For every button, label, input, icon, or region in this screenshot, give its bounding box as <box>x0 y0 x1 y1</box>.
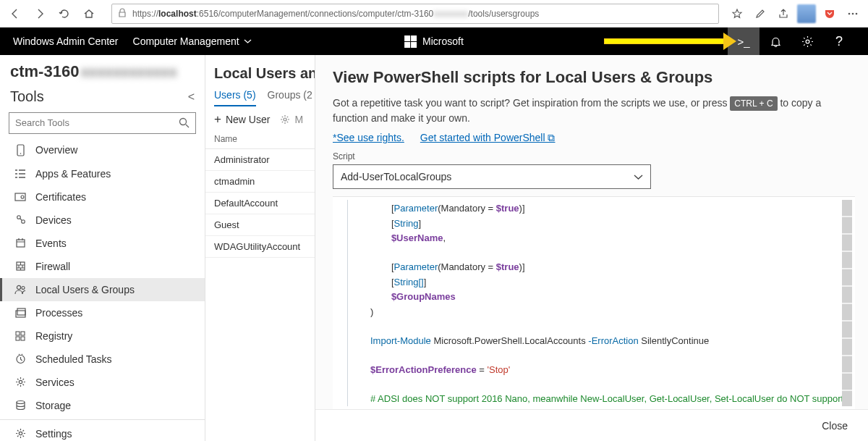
browser-toolbar: https://localhost:6516/computerManagemen… <box>0 0 868 28</box>
help-button[interactable]: ? <box>823 28 855 55</box>
devices-icon <box>14 214 27 225</box>
browser-right-icons <box>722 3 864 25</box>
script-code-viewer[interactable]: [Parameter(Mandatory = $true)] [String] … <box>333 196 855 409</box>
panel-title: View PowerShell scripts for Local Users … <box>315 55 868 93</box>
scrollbar[interactable] <box>842 200 852 406</box>
overview-icon <box>14 144 27 156</box>
profile-avatar[interactable] <box>796 3 817 25</box>
search-icon <box>179 117 190 128</box>
new-user-button[interactable]: +New User <box>214 114 270 125</box>
tasks-icon <box>14 353 27 364</box>
lock-icon <box>118 8 127 20</box>
back-button[interactable] <box>4 3 26 25</box>
use-rights-link[interactable]: *See use rights. <box>333 132 404 144</box>
favorites-button[interactable] <box>726 3 748 25</box>
gear-icon <box>280 114 290 125</box>
users-heading: Local Users and <box>205 61 315 83</box>
script-label: Script <box>315 151 868 161</box>
svg-rect-16 <box>17 308 25 315</box>
sidebar-item-overview[interactable]: Overview <box>0 138 205 162</box>
svg-point-4 <box>180 119 187 125</box>
user-row[interactable]: Guest <box>205 214 315 236</box>
svg-rect-18 <box>21 332 25 335</box>
svg-point-24 <box>19 432 22 434</box>
home-button[interactable] <box>78 3 100 25</box>
sidebar-item-label: Services <box>35 377 75 388</box>
tab-groups[interactable]: Groups (2 <box>268 89 312 106</box>
search-tools-input[interactable]: Search Tools <box>9 112 196 134</box>
sidebar-item-firewall[interactable]: Firewall <box>0 255 205 278</box>
refresh-button[interactable] <box>54 3 75 25</box>
storage-icon <box>14 400 27 411</box>
tools-sidebar: ctm-3160xxxxxxxxxxxx Tools < Search Tool… <box>0 55 205 441</box>
sidebar-item-storage[interactable]: Storage <box>0 394 205 417</box>
svg-point-6 <box>20 153 21 154</box>
wac-brand[interactable]: Windows Admin Center <box>13 35 119 47</box>
user-row[interactable]: DefaultAccount <box>205 193 315 214</box>
sidebar-item-certs[interactable]: Certificates <box>0 185 205 209</box>
tools-heading: Tools <box>10 88 44 105</box>
more-button[interactable] <box>842 3 864 25</box>
notifications-button[interactable] <box>760 28 791 55</box>
sidebar-item-processes[interactable]: Processes <box>0 301 205 324</box>
svg-point-9 <box>17 216 20 219</box>
chevron-down-icon <box>244 39 252 44</box>
sidebar-item-label: Devices <box>35 214 72 226</box>
sidebar-item-label: Processes <box>35 307 82 319</box>
panel-description: Got a repetitive task you want to script… <box>315 93 868 129</box>
lug-icon <box>14 285 27 295</box>
wac-context-dropdown[interactable]: Computer Management <box>133 35 252 47</box>
svg-point-13 <box>17 285 20 289</box>
services-icon <box>14 377 27 387</box>
user-row[interactable]: Administrator <box>205 149 315 171</box>
sidebar-item-registry[interactable]: Registry <box>0 324 205 348</box>
wac-header: Windows Admin Center Computer Management… <box>0 28 868 55</box>
svg-point-10 <box>21 220 25 224</box>
svg-point-23 <box>17 401 25 404</box>
forward-button[interactable] <box>29 3 51 25</box>
get-started-link[interactable]: Get started with PowerShell ⧉ <box>420 132 556 144</box>
chevron-down-icon <box>634 171 643 182</box>
address-bar[interactable]: https://localhost:6516/computerManagemen… <box>111 4 719 24</box>
firewall-icon <box>14 261 27 272</box>
sidebar-item-label: Registry <box>35 330 72 342</box>
tab-users[interactable]: Users (5) <box>214 89 256 106</box>
powershell-panel: View PowerShell scripts for Local Users … <box>315 55 868 441</box>
sidebar-item-label: Local Users & Groups <box>35 284 135 295</box>
users-settings-button[interactable]: M <box>280 114 303 125</box>
sidebar-item-label: Firewall <box>35 261 70 272</box>
svg-point-2 <box>856 12 858 14</box>
collapse-sidebar-button[interactable]: < <box>188 91 195 104</box>
user-row[interactable]: ctmadmin <box>205 171 315 193</box>
share-button[interactable] <box>773 3 794 25</box>
svg-point-22 <box>19 380 22 383</box>
svg-point-8 <box>21 196 24 198</box>
microsoft-brand: Microsoft <box>404 35 464 48</box>
sidebar-item-events[interactable]: Events <box>0 232 205 255</box>
sidebar-item-label: Scheduled Tasks <box>35 353 112 365</box>
events-icon <box>14 238 27 248</box>
sidebar-item-tasks[interactable]: Scheduled Tasks <box>0 348 205 371</box>
svg-rect-19 <box>16 337 20 340</box>
close-button[interactable]: Close <box>822 420 848 432</box>
sidebar-item-label: Storage <box>35 400 71 411</box>
sidebar-item-label: Certificates <box>35 191 86 203</box>
script-dropdown[interactable]: Add-UserToLocalGroups <box>333 164 651 189</box>
svg-rect-11 <box>17 240 25 247</box>
sidebar-item-services[interactable]: Services <box>0 371 205 394</box>
processes-icon <box>14 308 27 318</box>
users-column-header-name[interactable]: Name <box>205 130 315 149</box>
svg-point-0 <box>848 12 851 14</box>
sidebar-item-apps[interactable]: Apps & Features <box>0 162 205 185</box>
sidebar-item-lug[interactable]: Local Users & Groups <box>0 278 205 301</box>
sidebar-item-label: Overview <box>35 144 77 156</box>
sidebar-item-settings[interactable]: Settings <box>0 422 205 441</box>
edit-button[interactable] <box>749 3 771 25</box>
annotation-arrow <box>604 38 723 44</box>
settings-button[interactable] <box>791 28 823 55</box>
settings-icon <box>14 428 27 439</box>
user-row[interactable]: WDAGUtilityAccount <box>205 236 315 258</box>
pocket-button[interactable] <box>819 3 841 25</box>
url-text: https://localhost:6516/computerManagemen… <box>132 9 539 19</box>
sidebar-item-devices[interactable]: Devices <box>0 209 205 232</box>
